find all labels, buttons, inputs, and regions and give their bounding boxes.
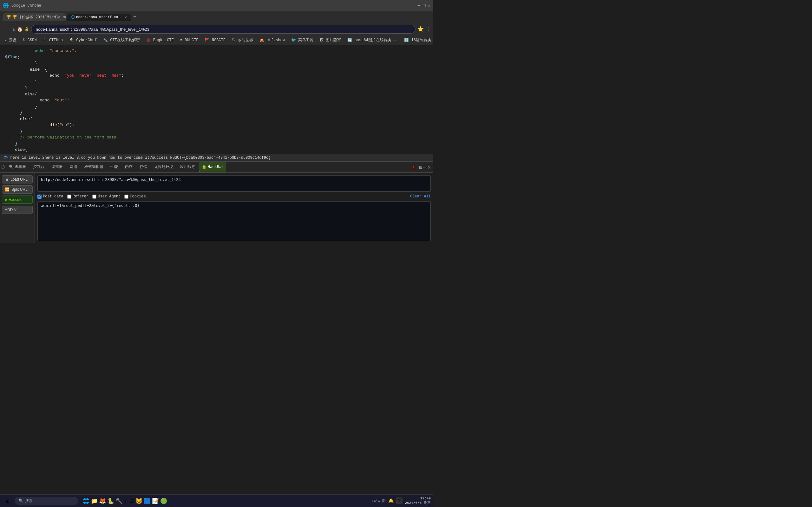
referer-label: Referer [72,194,89,199]
bookmark-ctfhub[interactable]: 🏳 CTFHub [41,37,65,43]
code-line: } [0,79,433,85]
tab-performance[interactable]: 性能 [107,162,121,172]
tab-application[interactable]: 应用程序 [177,162,199,172]
code-line: else{ [0,116,433,122]
bookmark-buuctf[interactable]: ⚑ BUUCTF [178,37,200,43]
code-line: // perform validations on the form data [0,134,433,141]
inspector-icon: 🔍 [9,165,13,169]
reload-icon[interactable]: ↻ [12,26,15,32]
window-title: Google Chrome [11,3,418,8]
code-line: echo "you never beat me!"; [0,72,433,79]
bookmark-icon[interactable]: ⭐ [417,26,424,32]
devtools-close-icon[interactable]: ✕ [427,164,431,170]
user-agent-checkbox-label[interactable]: User Agent [92,194,120,199]
referer-checkbox-label[interactable]: Referer [67,194,89,199]
cookies-checkbox[interactable] [124,194,129,199]
bookmark-steg[interactable]: 🖼 图片隐写 [318,37,343,43]
address-input[interactable] [31,25,415,34]
post-data-checkbox-label[interactable]: Post data [38,194,63,199]
tab-hackbar[interactable]: 🔒 HackBar [199,162,226,172]
code-line: die("no"); [0,122,433,128]
error-badge: 1 [411,164,416,170]
code-line: else{ [0,147,433,153]
cookies-checkbox-label[interactable]: Cookies [124,194,146,199]
tab-style-editor[interactable]: 样式编辑器 [81,162,107,172]
code-line: } [0,128,433,135]
referer-checkbox[interactable] [67,194,71,199]
load-url-icon: 🖥 [5,177,9,181]
tab-accessibility[interactable]: 无障碍环境 [151,162,176,172]
address-bar: ← → ↻ 🏠 🔒 ⭐ ⋮ [0,23,433,36]
code-line: else{ [0,91,433,98]
split-url-button[interactable]: 🔀 Split URL [2,185,33,193]
home-icon[interactable]: 🏠 [17,26,22,32]
back-icon[interactable]: ← [3,26,6,32]
execute-button[interactable]: ▶ Execute [2,195,33,204]
bookmark-cyberchef[interactable]: 🍳 CyberChef [67,37,99,43]
post-data-checkbox[interactable] [38,194,42,199]
bookmark-hex[interactable]: 🔢 16进制转换 [402,37,433,43]
code-line: } [0,104,433,110]
responsive-icon[interactable]: ⊞ [419,164,422,170]
tab-network[interactable]: 网络 [67,162,81,172]
bookmark-runoob[interactable]: 🐦 菜鸟工具 [289,37,315,43]
post-data-input[interactable]: admin[]=1&root_pwd[]=2&level_3={"result"… [38,201,431,241]
cookies-label: Cookies [130,194,146,199]
hackbar-icon: 🔒 [202,164,206,169]
bookmark-yunpan[interactable]: ☁ 云盘 [3,37,18,43]
code-line: } [0,110,433,116]
code-line: } [0,60,433,66]
code-line: } [0,85,433,91]
bookmark-ctftool[interactable]: 🔧 CTF在线工具解密 [101,37,142,43]
tab-inactive[interactable]: 🏆 🏆 [鹤城杯 2021]Middle magic ... [3,13,66,21]
devtools-body: 🖥 Load URL 🔀 Split URL ▶ Execute ADD */ … [0,173,433,243]
question-icon: ?> [4,156,8,160]
tab-inspector[interactable]: 🔍 查看器 [6,162,29,172]
security-icon: 🔒 [24,27,29,32]
status-bar: ?> here is level 2here is level 3,do you… [0,154,433,161]
bookmark-nssctf[interactable]: 🚩 NSSCTF [203,37,227,43]
code-line: echo "success:". $flag; [0,48,433,60]
code-line: echo "out"; [0,97,433,104]
tab-console[interactable]: 控制台 [30,162,48,172]
new-tab-icon[interactable]: + [132,14,138,20]
devtools-more-icon[interactable]: ⋯ [423,164,426,170]
bookmarks-bar: ☁ 云盘 © CSDN 🏳 CTFHub 🍳 CyberChef 🔧 CTF在线… [0,36,433,45]
tab-memory[interactable]: 内存 [122,162,136,172]
title-bar: 🌐 Google Chrome ─ □ ✕ [0,0,433,11]
forward-icon[interactable]: → [8,26,11,32]
devtools-tabs: ⬡ 🔍 查看器 控制台 调试器 网络 样式编辑器 性能 内存 [0,162,433,173]
code-line: else { [0,66,433,73]
user-agent-label: User Agent [98,194,120,199]
user-agent-checkbox[interactable] [92,194,96,199]
hackbar-url-input[interactable]: http://node4.anna.nssctf.cn:28988/?aaa=%… [38,175,431,192]
status-text: here is level 2here is level 3,do you ko… [10,156,270,160]
main-content: echo "success:". $flag; } else { echo "y… [0,45,433,243]
hackbar-options: Post data Referer User Agent Cookies C [38,194,431,199]
hackbar-left-panel: 🖥 Load URL 🔀 Split URL ▶ Execute ADD */ [0,173,35,243]
code-line: } [0,141,433,147]
code-area: echo "success:". $flag; } else { echo "y… [0,45,433,154]
bookmark-csdn[interactable]: © CSDN [21,38,38,43]
load-url-button[interactable]: 🖥 Load URL [2,175,33,183]
tab-storage[interactable]: 存储 [136,162,150,172]
settings-icon[interactable]: ⋮ [426,26,431,32]
close-icon[interactable]: ✕ [428,3,431,9]
minimize-icon[interactable]: ─ [418,3,420,9]
clear-all-button[interactable]: Clear All [410,194,431,199]
devtools-panel: ⬡ 🔍 查看器 控制台 调试器 网络 样式编辑器 性能 内存 [0,161,433,243]
add-button[interactable]: ADD */ [2,206,33,214]
tab-debugger[interactable]: 调试器 [48,162,66,172]
tab-active[interactable]: 🌐 node4.anna.nssctf.cn:28988/?aaa=... ✕ [67,14,131,21]
bookmark-base64[interactable]: 🔄 base64图片在线转换... [345,37,400,43]
maximize-icon[interactable]: □ [423,3,425,9]
bookmark-bugku[interactable]: 🐞 Bugku CTF [144,37,176,43]
bookmark-ctfshow[interactable]: 🎪 ctf.show [258,37,287,43]
bookmark-gongfang[interactable]: 🛡 攻防世界 [230,37,255,43]
post-data-label: Post data [43,194,63,199]
split-url-icon: 🔀 [5,187,9,192]
tab-bar: 🏆 🏆 [鹤城杯 2021]Middle magic ... 🌐 node4.a… [0,11,433,23]
inspector-icon: ⬡ [1,164,5,170]
hackbar-right-panel: http://node4.anna.nssctf.cn:28988/?aaa=%… [35,173,433,243]
tab-close-icon[interactable]: ✕ [125,15,127,20]
